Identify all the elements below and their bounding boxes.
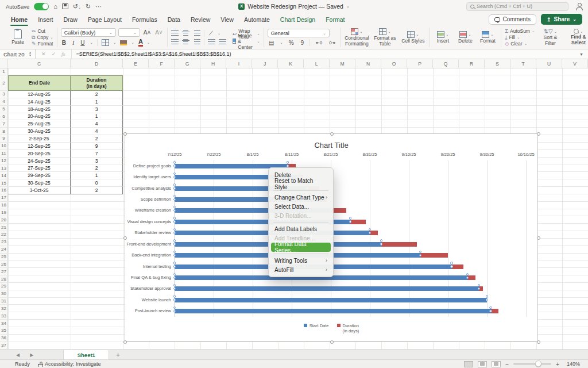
series-selection-handle[interactable] <box>450 265 453 268</box>
table-row[interactable]: 29-Sep-251 <box>8 172 123 179</box>
series-selection-handle[interactable] <box>173 298 176 301</box>
bold-button[interactable]: B <box>61 40 67 46</box>
end-date-cell[interactable]: 14-Aug-25 <box>8 98 71 106</box>
menu-item-change-chart-type[interactable]: Change Chart Type› <box>269 193 333 202</box>
grid-row-37[interactable]: 37 <box>0 342 588 350</box>
tab-data[interactable]: Data <box>163 14 185 25</box>
series-selection-handle[interactable] <box>380 243 383 246</box>
row-header-15[interactable]: 15 <box>0 179 8 186</box>
end-date-cell[interactable]: 30-Sep-25 <box>8 179 71 187</box>
duration-bar[interactable] <box>420 253 448 258</box>
cell-styles-button[interactable]: ⌄ Cell Styles <box>400 31 425 44</box>
comments-button[interactable]: Comments <box>489 14 536 25</box>
series-selection-handle[interactable] <box>486 298 489 301</box>
legend-item[interactable]: Duration (in days) <box>337 323 359 334</box>
series-selection-handle[interactable] <box>173 273 176 276</box>
menu-item-add-data-labels[interactable]: Add Data Labels <box>269 224 333 233</box>
chart-frame-handle[interactable] <box>330 340 334 344</box>
align-center-icon[interactable] <box>182 39 189 45</box>
series-selection-handle[interactable] <box>173 198 176 201</box>
series-selection-handle[interactable] <box>173 262 176 264</box>
insert-cells-button[interactable]: ⌄ Insert <box>433 31 452 44</box>
row-header-35[interactable]: 35 <box>0 327 8 334</box>
duration-cell[interactable]: 9 <box>71 143 123 150</box>
increase-indent-icon[interactable] <box>219 39 226 45</box>
row-header-36[interactable]: 36 <box>0 335 8 342</box>
end-date-cell[interactable]: 29-Sep-25 <box>8 172 71 179</box>
column-header-I[interactable]: I <box>226 59 252 68</box>
name-box[interactable]: Chart 20 ▲▼ <box>0 49 36 59</box>
table-row[interactable]: 2-Sep-252 <box>8 135 123 143</box>
share-button[interactable]: ↥ Share ⌄ <box>541 14 582 25</box>
row-header-20[interactable]: 20 <box>0 216 8 223</box>
column-header-U[interactable]: U <box>536 59 562 68</box>
row-header-30[interactable]: 30 <box>0 290 8 297</box>
row-header-34[interactable]: 34 <box>0 320 8 327</box>
grid-corner[interactable] <box>0 59 8 68</box>
zoom-slider[interactable] <box>513 363 551 365</box>
formula-bar-expand-icon[interactable]: ▼ <box>579 52 588 56</box>
normal-view-icon[interactable] <box>464 361 473 367</box>
insert-function-icon[interactable]: fx <box>61 51 65 57</box>
series-selection-handle[interactable] <box>287 161 289 164</box>
tab-view[interactable]: View <box>215 14 239 25</box>
column-header-O[interactable]: O <box>381 59 407 68</box>
align-top-icon[interactable] <box>171 30 179 36</box>
row-header-22[interactable]: 22 <box>0 231 8 238</box>
column-header-Q[interactable]: Q <box>433 59 459 68</box>
font-size-select[interactable]: ⌄ <box>118 28 140 37</box>
row-header-2[interactable]: 2 <box>0 75 8 90</box>
delete-cells-button[interactable]: ⌄ Delete <box>455 31 475 44</box>
duration-cell[interactable]: 2 <box>71 135 123 143</box>
series-selection-handle[interactable] <box>173 239 176 242</box>
table-row[interactable]: 24-Sep-253 <box>8 158 123 165</box>
duration-bar[interactable] <box>452 264 463 269</box>
row-header-8[interactable]: 8 <box>0 128 8 135</box>
column-header-R[interactable]: R <box>459 59 485 68</box>
underline-button[interactable]: U <box>79 40 86 46</box>
tab-home[interactable]: Home <box>6 14 33 25</box>
home-icon[interactable]: ⌂ <box>53 3 57 10</box>
series-selection-handle[interactable] <box>466 273 469 276</box>
series-selection-handle[interactable] <box>173 195 176 198</box>
row-header-17[interactable]: 17 <box>0 194 8 201</box>
duration-cell[interactable]: 2 <box>71 91 123 98</box>
conditional-formatting-button[interactable]: ⌄ Conditional Formatting <box>344 28 369 47</box>
series-selection-handle[interactable] <box>173 217 176 220</box>
merge-center-button[interactable]: Merge & Center⌄ <box>233 39 260 44</box>
row-header-16[interactable]: 16 <box>0 187 8 194</box>
row-header-21[interactable]: 21 <box>0 224 8 231</box>
row-header-3[interactable]: 3 <box>0 91 8 98</box>
legend-item[interactable]: Start Date <box>304 323 329 328</box>
series-selection-handle[interactable] <box>486 295 489 298</box>
add-sheet-button[interactable]: + <box>109 350 126 359</box>
tab-insert[interactable]: Insert <box>33 14 58 25</box>
end-date-cell[interactable]: 20-Aug-25 <box>8 113 71 121</box>
chart-legend[interactable]: Start DateDuration (in days) <box>125 323 537 334</box>
column-header-G[interactable]: G <box>175 59 200 68</box>
align-middle-icon[interactable] <box>182 30 189 36</box>
align-right-icon[interactable] <box>193 39 200 45</box>
series-selection-handle[interactable] <box>466 277 469 279</box>
paste-button[interactable]: Paste <box>7 29 29 45</box>
column-header-D[interactable]: D <box>71 59 123 68</box>
duration-cell[interactable]: 7 <box>71 150 123 158</box>
enter-icon[interactable]: ✓ <box>52 51 56 57</box>
page-layout-view-icon[interactable] <box>478 361 487 367</box>
series-selection-handle[interactable] <box>489 306 492 309</box>
column-header-H[interactable]: H <box>200 59 226 68</box>
start-date-bar[interactable] <box>175 286 479 291</box>
end-date-cell[interactable]: 24-Sep-25 <box>8 158 71 165</box>
duration-bar[interactable] <box>467 275 475 280</box>
copy-button[interactable]: ⧉Copy⌄ <box>32 34 53 40</box>
end-date-cell[interactable]: 25-Aug-25 <box>8 120 71 128</box>
autosum-button[interactable]: ΣAutoSum⌄ <box>505 28 535 34</box>
tab-format[interactable]: Format <box>320 14 350 25</box>
find-select-button[interactable]: ⌄ Find & Select <box>566 29 588 46</box>
row-header-4[interactable]: 4 <box>0 98 8 105</box>
prev-sheet-icon[interactable]: ◀ <box>16 352 20 358</box>
document-title[interactable]: Website Redesign Project — Saved <box>247 3 343 10</box>
end-date-cell[interactable]: 12-Sep-25 <box>8 143 71 150</box>
chart-frame-handle[interactable] <box>123 340 127 344</box>
orientation-icon[interactable]: ⟋ <box>208 30 214 37</box>
